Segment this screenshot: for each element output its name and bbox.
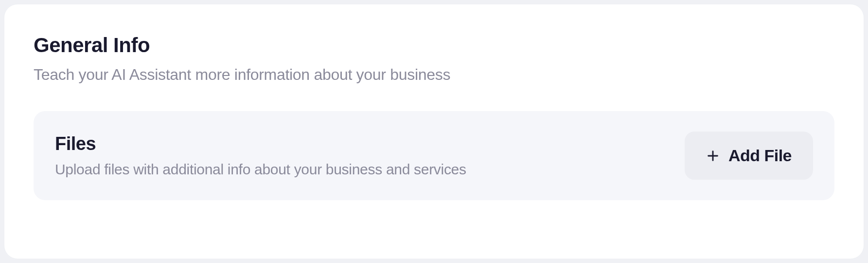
card-header: General Info Teach your AI Assistant mor… xyxy=(34,34,834,84)
plus-icon xyxy=(706,149,720,163)
add-file-label: Add File xyxy=(728,146,792,165)
files-subtitle: Upload files with additional info about … xyxy=(55,161,466,178)
files-title: Files xyxy=(55,133,466,154)
card-title: General Info xyxy=(34,34,834,57)
card-subtitle: Teach your AI Assistant more information… xyxy=(34,66,834,84)
add-file-button[interactable]: Add File xyxy=(685,132,813,180)
files-section: Files Upload files with additional info … xyxy=(34,111,834,200)
files-info: Files Upload files with additional info … xyxy=(55,133,466,178)
general-info-card: General Info Teach your AI Assistant mor… xyxy=(4,4,864,259)
